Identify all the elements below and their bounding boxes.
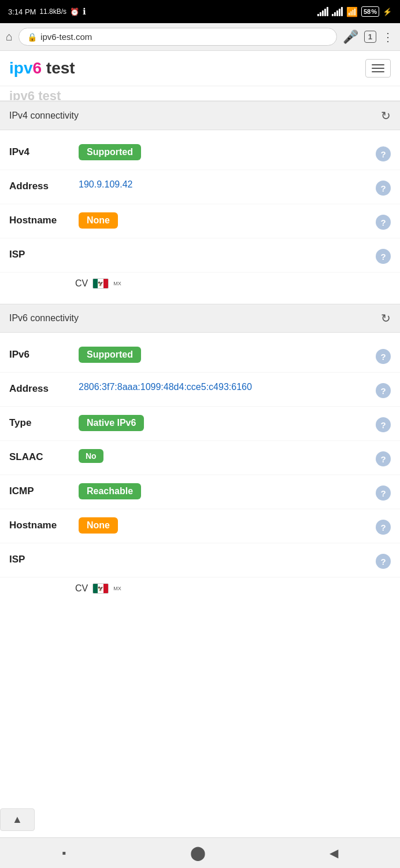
ipv4-hostname-value: None — [79, 212, 370, 229]
hamburger-menu-button[interactable] — [365, 59, 391, 78]
logo-6-text: 6 — [32, 59, 42, 77]
charging-icon: ⚡ — [383, 8, 392, 16]
ipv6-supported-badge: Supported — [79, 347, 141, 363]
ipv6-type-help[interactable]: ? — [376, 415, 391, 432]
ipv6-hostname-value: None — [79, 517, 370, 534]
ipv4-isp-label: ISP — [9, 247, 73, 260]
ipv4-address-value: 190.9.109.42 — [79, 178, 370, 191]
ipv6-value: Supported — [79, 347, 370, 363]
ipv6-isp-help[interactable]: ? — [376, 551, 391, 569]
flag-emblem: 🦅 — [98, 281, 103, 286]
ipv4-address-help[interactable]: ? — [376, 178, 391, 196]
ipv6-section-title: IPv6 connectivity — [9, 313, 79, 323]
hamburger-line — [372, 71, 384, 72]
ipv4-mexico-flag: 🦅 — [92, 278, 109, 289]
ipv4-cv-row: CV 🦅 MX — [0, 273, 400, 298]
ipv4-help[interactable]: ? — [376, 144, 391, 161]
ipv6-type-help-circle[interactable]: ? — [376, 417, 391, 432]
ipv6-refresh-icon[interactable]: ↻ — [381, 311, 391, 325]
ipv4-hostname-help[interactable]: ? — [376, 212, 391, 230]
ipv6-isp-help-circle[interactable]: ? — [376, 554, 391, 569]
ipv6-cv-label: CV — [75, 583, 88, 594]
ghost-text: ipv6 test — [9, 89, 61, 101]
home-button[interactable]: ⌂ — [6, 30, 13, 43]
lock-icon: 🔒 — [27, 32, 37, 42]
ipv4-hostname-row: Hostname None ? — [0, 204, 400, 238]
ipv6-hostname-help[interactable]: ? — [376, 517, 391, 535]
ipv4-content: IPv4 Supported ? Address 190.9.109.42 ? … — [0, 130, 400, 304]
ipv6-slaac-label: SLAAC — [9, 449, 73, 463]
ipv6-slaac-help[interactable]: ? — [376, 449, 391, 466]
ipv6-hostname-help-circle[interactable]: ? — [376, 520, 391, 535]
ipv4-address-help-circle[interactable]: ? — [376, 181, 391, 196]
logo-ipv-text: ipv — [9, 59, 32, 77]
browser-bar: ⌂ 🔒 ipv6-test.com 🎤 1 ⋮ — [0, 23, 400, 51]
ipv4-address-row: Address 190.9.109.42 ? — [0, 170, 400, 204]
ipv4-address-label: Address — [9, 178, 73, 192]
signal-bars-1 — [317, 7, 328, 16]
ipv6-type-badge: Native IPv6 — [79, 415, 144, 431]
logo-test-text: test — [42, 59, 75, 77]
ipv4-label: IPv4 — [9, 144, 73, 158]
ipv6-icmp-label: ICMP — [9, 483, 73, 497]
ipv6-label: IPv6 — [9, 347, 73, 361]
ipv6-slaac-row: SLAAC No ? — [0, 441, 400, 475]
ipv4-hostname-help-circle[interactable]: ? — [376, 215, 391, 230]
more-menu-icon[interactable]: ⋮ — [382, 30, 394, 44]
ipv6-help[interactable]: ? — [376, 347, 391, 364]
ipv6-type-label: Type — [9, 415, 73, 429]
ipv6-slaac-help-circle[interactable]: ? — [376, 451, 391, 466]
ipv4-isp-help[interactable]: ? — [376, 247, 391, 264]
ipv6-address-link[interactable]: 2806:3f7:8aaa:1099:48d4:cce5:c493:6160 — [79, 381, 252, 393]
ipv4-supported-row: IPv4 Supported ? — [0, 136, 400, 170]
status-right: 📶 58% ⚡ — [317, 6, 392, 17]
ipv6-mexico-flag: 🦅 — [92, 583, 109, 594]
battery-icon: 58% — [361, 6, 379, 17]
ipv4-refresh-icon[interactable]: ↻ — [381, 109, 391, 123]
ipv6-type-value: Native IPv6 — [79, 415, 370, 431]
ipv6-hostname-row: Hostname None ? — [0, 509, 400, 543]
ipv4-address-link[interactable]: 190.9.109.42 — [79, 178, 132, 191]
tab-count[interactable]: 1 — [364, 31, 376, 43]
site-logo: ipv6 test — [9, 59, 75, 78]
ipv6-cv-row: CV 🦅 MX — [0, 578, 400, 640]
ipv6-slaac-badge: No — [79, 449, 103, 463]
microphone-icon[interactable]: 🎤 — [343, 30, 358, 45]
flag-emblem-2: 🦅 — [98, 586, 103, 591]
status-bar: 3:14 PM 11.8kB/s ⏰ ℹ 📶 58% ⚡ — [0, 0, 400, 23]
ipv4-isp-help-circle[interactable]: ? — [376, 249, 391, 264]
ipv6-supported-row: IPv6 Supported ? — [0, 339, 400, 373]
ipv6-icmp-value: Reachable — [79, 483, 370, 499]
ipv4-supported-badge: Supported — [79, 144, 141, 160]
ipv6-icmp-badge: Reachable — [79, 483, 141, 499]
wifi-icon: 📶 — [346, 6, 358, 17]
ipv6-icmp-help[interactable]: ? — [376, 483, 391, 501]
ipv4-section-header: IPv4 connectivity ↻ — [0, 101, 400, 130]
url-bar[interactable]: 🔒 ipv6-test.com — [18, 28, 337, 46]
ipv6-isp-label: ISP — [9, 551, 73, 565]
ipv4-section-title: IPv4 connectivity — [9, 111, 79, 121]
ipv6-help-circle[interactable]: ? — [376, 349, 391, 364]
ipv6-hostname-label: Hostname — [9, 517, 73, 531]
signal-bars-2 — [332, 7, 343, 16]
ipv6-type-row: Type Native IPv6 ? — [0, 407, 400, 441]
ipv4-help-circle[interactable]: ? — [376, 146, 391, 161]
url-display: ipv6-test.com — [40, 32, 92, 42]
ipv4-hostname-badge: None — [79, 212, 118, 229]
ipv6-address-row: Address 2806:3f7:8aaa:1099:48d4:cce5:c49… — [0, 373, 400, 407]
mx-label: MX — [113, 281, 121, 286]
ipv4-value: Supported — [79, 144, 370, 160]
ipv6-address-help-circle[interactable]: ? — [376, 383, 391, 398]
info-icon: ℹ — [83, 6, 86, 17]
ipv6-icmp-help-circle[interactable]: ? — [376, 486, 391, 501]
ipv6-address-help[interactable]: ? — [376, 381, 391, 398]
ipv6-hostname-badge: None — [79, 517, 118, 534]
ipv4-cv-label: CV — [75, 278, 88, 289]
ipv6-address-label: Address — [9, 381, 73, 395]
hamburger-line — [372, 64, 384, 65]
mx-label-2: MX — [113, 586, 121, 591]
time-display: 3:14 PM — [8, 8, 36, 16]
ipv6-address-value: 2806:3f7:8aaa:1099:48d4:cce5:c493:6160 — [79, 381, 370, 393]
status-left: 3:14 PM 11.8kB/s ⏰ ℹ — [8, 6, 86, 17]
ghost-header: ipv6 test — [0, 86, 400, 101]
